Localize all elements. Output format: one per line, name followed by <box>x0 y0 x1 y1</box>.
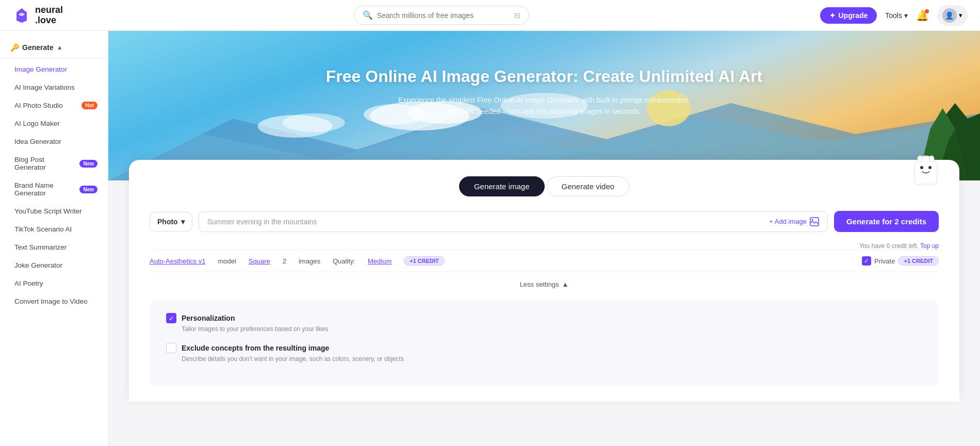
private-checkbox[interactable]: ✓ <box>862 256 871 266</box>
tools-chevron-icon: ▾ <box>904 11 908 20</box>
tools-button[interactable]: Tools ▾ <box>885 11 908 20</box>
sidebar-generate-section[interactable]: 🔑 Generate ▲ <box>0 39 108 56</box>
sidebar-item-label: Image Generator <box>14 65 97 73</box>
new-badge: New <box>79 186 97 193</box>
avatar: 👤 <box>942 8 957 23</box>
personalization-title: Personalization <box>182 314 235 322</box>
type-chevron-icon: ▾ <box>181 218 185 226</box>
svg-point-17 <box>918 156 923 162</box>
sidebar-item-brand-name-generator[interactable]: Brand Name Generator New <box>0 176 108 202</box>
private-row: ✓ Private +1 CREDIT <box>862 256 939 266</box>
model-link[interactable]: Auto-Aesthetics v1 <box>150 257 205 265</box>
private-label: Private <box>874 257 895 265</box>
sidebar-item-label: Blog Post Generator <box>14 156 76 171</box>
user-avatar-button[interactable]: 👤 ▾ <box>937 5 968 26</box>
search-input[interactable] <box>377 11 508 20</box>
sidebar-item-label: AI Logo Maker <box>14 120 97 127</box>
tab-generate-image[interactable]: Generate image <box>459 176 545 196</box>
quality-label: Quality: <box>333 257 355 265</box>
generate-chevron-icon: ▲ <box>57 44 63 51</box>
sidebar-item-label: AI Poetry <box>14 279 97 287</box>
private-credit-badge: +1 CREDIT <box>898 256 939 266</box>
type-label: Photo <box>157 218 178 226</box>
logo-icon <box>12 6 31 25</box>
svg-point-13 <box>812 219 813 221</box>
size-link[interactable]: Square <box>249 257 270 265</box>
sidebar-item-joke-generator[interactable]: Joke Generator <box>0 256 108 274</box>
top-up-link[interactable]: Top up <box>920 242 939 250</box>
prompt-input-wrapper[interactable]: Summer evening in the mountains + Add im… <box>199 211 828 232</box>
exclude-concepts-title: Exclude concepts from the resulting imag… <box>182 344 329 352</box>
sidebar-item-label: TikTok Scenario AI <box>14 225 97 233</box>
logo[interactable]: neural .love <box>12 5 63 26</box>
tab-generate-video[interactable]: Generate video <box>547 176 630 196</box>
logo-line2: .love <box>35 15 63 26</box>
sidebar-item-blog-post-generator[interactable]: Blog Post Generator New <box>0 151 108 176</box>
notification-dot <box>925 9 929 13</box>
hero-banner: Free Online AI Image Generator: Create U… <box>108 31 980 180</box>
main-content: Free Online AI Image Generator: Create U… <box>108 31 980 446</box>
sidebar-item-image-generator[interactable]: Image Generator <box>0 60 108 78</box>
images-count: 2 <box>283 257 286 265</box>
less-settings-label: Less settings <box>520 280 559 288</box>
add-image-button[interactable]: + Add image <box>769 217 819 226</box>
prompt-placeholder: Summer evening in the mountains <box>207 218 317 226</box>
sidebar-item-tiktok-scenario-ai[interactable]: TikTok Scenario AI <box>0 220 108 238</box>
tab-row: Generate image Generate video <box>150 176 939 196</box>
settings-row: Auto-Aesthetics v1 model Square 2 images… <box>150 250 939 272</box>
upgrade-button[interactable]: ✦ Upgrade <box>820 7 877 24</box>
credits-text: You have 0 credit left. <box>859 242 919 250</box>
hero-subtitle-line2: No skills needed – turn text into stunni… <box>447 107 641 115</box>
personalization-desc: Tailor images to your preferences based … <box>166 325 922 333</box>
sidebar: 🔑 Generate ▲ Image Generator AI Image Va… <box>0 31 108 446</box>
model-label: model <box>218 257 236 265</box>
sidebar-item-label: Text Summarizer <box>14 243 97 251</box>
hot-badge: Hot <box>81 102 97 109</box>
header: neural .love 🔍 ⊟ ✦ Upgrade Tools ▾ 🔔 👤 ▾ <box>0 0 980 31</box>
avatar-chevron-icon: ▾ <box>959 11 962 19</box>
personalization-checkbox[interactable]: ✓ <box>166 313 176 323</box>
filter-icon[interactable]: ⊟ <box>514 11 520 20</box>
generator-wrapper: Generate image Generate video Photo ▾ Su… <box>108 160 980 402</box>
sidebar-item-ai-logo-maker[interactable]: AI Logo Maker <box>0 114 108 133</box>
sidebar-item-label: AI Image Variations <box>14 84 97 91</box>
setting-exclude-header: Exclude concepts from the resulting imag… <box>166 343 922 353</box>
generate-button[interactable]: Generate for 2 credits <box>834 211 939 232</box>
sidebar-item-convert-image-to-video[interactable]: Convert Image to Video <box>0 292 108 310</box>
sidebar-item-youtube-script-writer[interactable]: YouTube Script Writer <box>0 202 108 220</box>
layout: 🔑 Generate ▲ Image Generator AI Image Va… <box>0 31 980 446</box>
exclude-concepts-checkbox[interactable] <box>166 343 176 353</box>
add-image-icon <box>810 217 819 226</box>
sidebar-item-text-summarizer[interactable]: Text Summarizer <box>0 238 108 256</box>
add-image-label: + Add image <box>769 218 807 225</box>
search-icon: 🔍 <box>363 10 373 20</box>
less-settings-toggle[interactable]: Less settings ▲ <box>150 272 939 296</box>
prompt-row: Photo ▾ Summer evening in the mountains … <box>150 211 939 232</box>
sidebar-item-idea-generator[interactable]: Idea Generator <box>0 133 108 151</box>
images-label: images <box>299 257 320 265</box>
quality-link[interactable]: Medium <box>368 257 391 265</box>
sidebar-divider <box>0 58 108 58</box>
sidebar-item-ai-poetry[interactable]: AI Poetry <box>0 274 108 292</box>
hero-subtitle: Experience the simplest Free Online AI I… <box>108 94 980 118</box>
sparkle-icon: ✦ <box>829 11 836 20</box>
sidebar-item-ai-image-variations[interactable]: AI Image Variations <box>0 78 108 96</box>
notifications-bell[interactable]: 🔔 <box>916 9 929 22</box>
new-badge: New <box>79 160 97 168</box>
sidebar-item-label: Joke Generator <box>14 261 97 269</box>
svg-point-18 <box>929 156 934 162</box>
quality-credit-badge: +1 CREDIT <box>404 256 445 266</box>
sidebar-item-ai-photo-studio[interactable]: AI Photo Studio Hot <box>0 96 108 114</box>
hero-title: Free Online AI Image Generator: Create U… <box>108 67 980 86</box>
mascot-svg <box>908 150 944 191</box>
sidebar-item-label: YouTube Script Writer <box>14 207 97 215</box>
svg-point-15 <box>920 166 923 169</box>
credits-note: You have 0 credit left. Top up <box>150 242 939 250</box>
search-bar: 🔍 ⊟ <box>354 6 529 25</box>
header-right: ✦ Upgrade Tools ▾ 🔔 👤 ▾ <box>820 5 968 26</box>
upgrade-label: Upgrade <box>839 11 868 20</box>
sidebar-item-label: AI Photo Studio <box>14 102 78 109</box>
settings-panel: ✓ Personalization Tailor images to your … <box>150 301 939 385</box>
logo-line1: neural <box>35 5 63 15</box>
type-selector[interactable]: Photo ▾ <box>150 212 192 232</box>
